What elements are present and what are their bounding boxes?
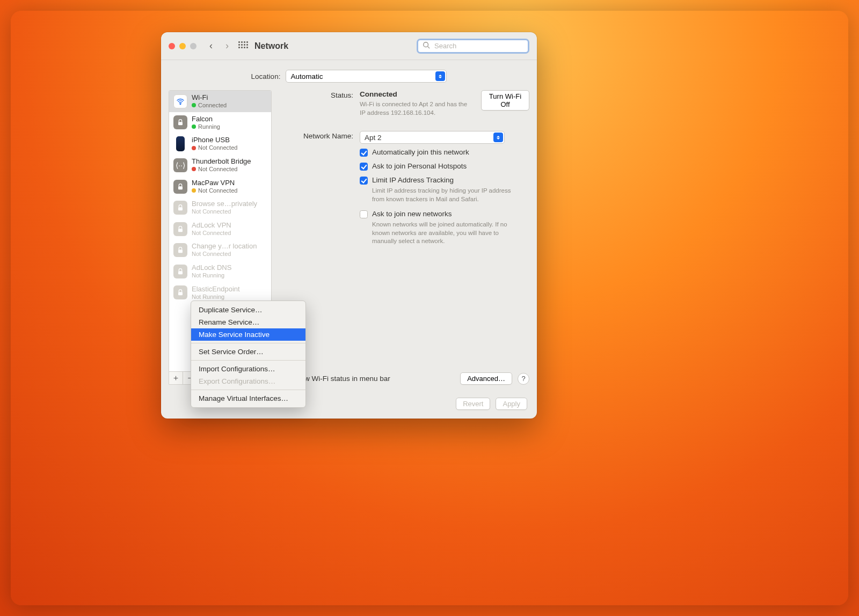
checkbox-limit-ip[interactable]: Limit IP Address Tracking: [360, 176, 529, 185]
location-select[interactable]: Automatic: [286, 70, 447, 83]
lock-icon: [173, 180, 187, 194]
lock-icon: [173, 243, 187, 257]
network-name-row: Network Name: Apt 2: [278, 131, 529, 144]
zoom-icon: [190, 43, 196, 49]
menu-virtual-interfaces[interactable]: Manage Virtual Interfaces…: [191, 392, 305, 405]
help-button[interactable]: ?: [518, 373, 529, 385]
menu-duplicate-service[interactable]: Duplicate Service…: [191, 304, 305, 316]
minimize-icon[interactable]: [179, 43, 186, 49]
toolbar: ‹ › Network: [161, 32, 537, 60]
add-service-button[interactable]: ＋: [169, 372, 183, 384]
search-input[interactable]: [433, 41, 523, 50]
status-value: Connected: [360, 90, 397, 98]
show-status-label: Show Wi-Fi status in menu bar: [292, 375, 390, 383]
sidebar-item-macpaw-vpn[interactable]: MacPaw VPN Not Connected: [169, 176, 271, 197]
back-button[interactable]: ‹: [206, 40, 216, 52]
sidebar-item-browse-privately[interactable]: Browse se…privately Not Connected: [169, 197, 271, 218]
iphone-icon: [176, 136, 185, 151]
advanced-button[interactable]: Advanced…: [460, 372, 512, 385]
checkbox-auto-join[interactable]: Automatically join this network: [360, 148, 529, 157]
thunderbolt-icon: ⟨··⟩: [173, 158, 187, 172]
lock-icon: [173, 265, 187, 278]
svg-rect-6: [178, 229, 183, 232]
checkbox-icon[interactable]: [360, 210, 368, 218]
svg-line-1: [428, 47, 430, 49]
chevron-updown-icon: [435, 71, 445, 81]
main-panel: Status: Connected Wi-Fi is connected to …: [278, 90, 529, 385]
sidebar-item-thunderbolt[interactable]: ⟨··⟩ Thunderbolt Bridge Not Connected: [169, 155, 271, 176]
show-all-icon[interactable]: [238, 41, 248, 51]
forward-button: ›: [222, 40, 232, 52]
status-row: Status: Connected Wi-Fi is connected to …: [278, 90, 529, 117]
location-row: Location: Automatic: [161, 60, 537, 90]
lock-icon: [173, 222, 187, 236]
lock-icon: [173, 115, 187, 129]
location-value: Automatic: [290, 72, 323, 80]
search-field[interactable]: [417, 39, 529, 54]
status-description: Wi-Fi is connected to Apt 2 and has the …: [360, 100, 475, 117]
status-label: Status:: [278, 90, 353, 117]
checkbox-icon[interactable]: [360, 149, 368, 157]
bottom-bar: Show Wi-Fi status in menu bar Advanced… …: [278, 367, 529, 385]
menu-rename-service[interactable]: Rename Service…: [191, 316, 305, 328]
checkbox-ask-new[interactable]: Ask to join new networks: [360, 210, 529, 218]
desktop-background: ‹ › Network Location: Automatic: [11, 11, 848, 605]
revert-button: Revert: [456, 398, 490, 410]
checkbox-hotspots[interactable]: Ask to join Personal Hotspots: [360, 162, 529, 171]
svg-rect-8: [178, 271, 183, 274]
menu-import-config[interactable]: Import Configurations…: [191, 363, 305, 375]
search-icon: [423, 41, 430, 50]
ask-new-description: Known networks will be joined automatica…: [372, 221, 517, 246]
network-preferences-window: ‹ › Network Location: Automatic: [161, 32, 537, 419]
network-name-value: Apt 2: [365, 134, 382, 142]
svg-rect-4: [178, 186, 183, 189]
chevron-updown-icon: [493, 133, 503, 142]
close-icon[interactable]: [169, 43, 175, 49]
sidebar-item-change-location[interactable]: Change y…r location Not Connected: [169, 239, 271, 261]
svg-point-0: [424, 42, 428, 47]
svg-point-2: [180, 104, 181, 105]
svg-rect-3: [178, 122, 183, 126]
sidebar-item-wifi[interactable]: Wi-Fi Connected: [169, 91, 271, 112]
menu-export-config: Export Configurations…: [191, 375, 305, 387]
apply-button: Apply: [496, 398, 527, 410]
traffic-lights: [169, 43, 196, 49]
checkbox-icon[interactable]: [360, 177, 368, 185]
menu-separator: [191, 343, 305, 343]
limit-ip-description: Limit IP address tracking by hiding your…: [372, 187, 517, 203]
sidebar-item-falcon[interactable]: Falcon Running: [169, 112, 271, 134]
menu-separator: [191, 390, 305, 390]
menu-set-order[interactable]: Set Service Order…: [191, 346, 305, 358]
lock-icon: [173, 201, 187, 215]
sidebar-item-adlock-vpn[interactable]: AdLock VPN Not Connected: [169, 218, 271, 240]
svg-rect-7: [178, 250, 183, 253]
wifi-icon: [173, 94, 187, 108]
sidebar-item-adlock-dns[interactable]: AdLock DNS Not Running: [169, 261, 271, 282]
checkbox-icon[interactable]: [360, 163, 368, 171]
menu-separator: [191, 360, 305, 361]
sidebar-item-iphone-usb[interactable]: iPhone USB Not Connected: [169, 133, 271, 155]
svg-rect-9: [178, 292, 183, 296]
lock-icon: [173, 285, 187, 299]
network-name-label: Network Name:: [278, 131, 353, 144]
status-dot: [192, 103, 196, 107]
svg-rect-5: [178, 207, 183, 210]
menu-make-inactive[interactable]: Make Service Inactive: [191, 328, 305, 341]
service-actions-menu: Duplicate Service… Rename Service… Make …: [191, 300, 306, 408]
location-label: Location:: [251, 72, 281, 80]
svc-name: Wi-Fi: [192, 94, 227, 102]
window-title: Network: [254, 41, 288, 51]
turn-wifi-off-button[interactable]: Turn Wi-Fi Off: [481, 90, 529, 111]
network-name-select[interactable]: Apt 2: [360, 131, 505, 144]
